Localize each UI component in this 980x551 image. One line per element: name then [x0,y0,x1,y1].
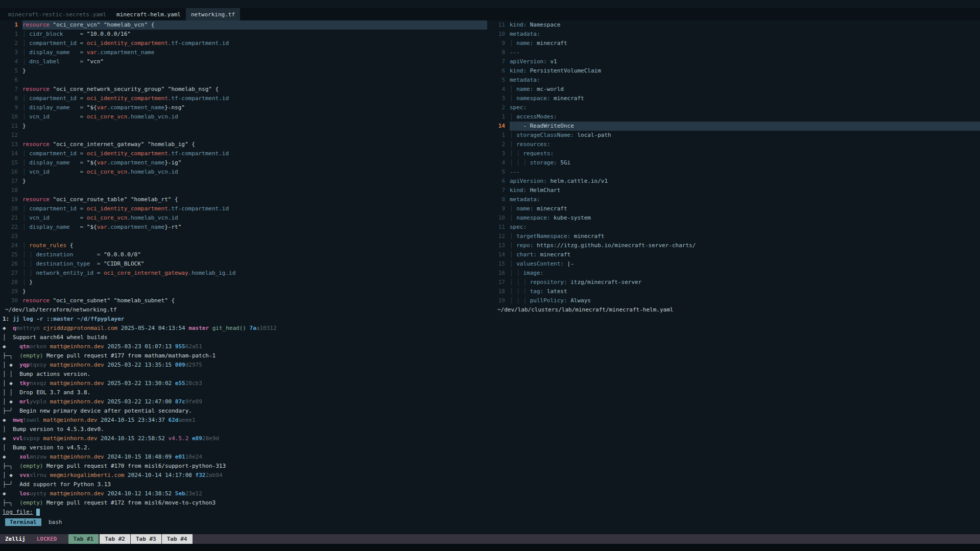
line-content: │ │ │ tag: latest [510,287,980,296]
token-email: matt@einhorn.dev [50,490,104,497]
line-number: 25 [0,250,22,259]
token-yv: minecraft [537,205,567,212]
terminal-tab[interactable]: Terminal [5,518,41,526]
code-line: 14│ chart: minecraft [487,250,980,259]
jj-log-output[interactable]: ◆ qmxttryn cjriddz@protonmail.com 2025-0… [0,324,980,508]
code-line: 26│ │ destination_type = "CIDR_BLOCK" [0,259,487,269]
line-number: 11 [487,20,510,30]
token-pl: { [168,297,175,304]
code-line: 18 [0,186,487,195]
token-doc: --- [510,169,520,175]
token-gd: │ [29,260,33,267]
left-editor-pane[interactable]: 1resource "oci_core_vcn" "homelab_vcn" {… [0,20,487,305]
line-content: │ repo: https://itzg.github.io/minecraft… [510,241,980,250]
editor-buffer-tab[interactable]: minecraft-restic-secrets.yaml [3,8,111,20]
token-yv: PersistentVolumeClaim [530,67,601,74]
token-gd: │ [22,214,26,221]
line-number: 4 [487,158,510,167]
code-line: 15│ display_name = "${var.compartment_na… [0,158,487,167]
line-number: 13 [487,241,510,250]
code-line: 4│ dns_label = "vcn" [0,57,487,66]
token-pl [570,233,574,239]
token-prop: vcn_id [29,113,50,120]
token-g: ├─╯ [3,481,19,488]
token-gd: │ [510,288,513,295]
token-gd: │ [22,205,26,212]
line-content: │ namespace: minecraft [510,94,980,103]
token-str: "oci_core_subnet" [53,297,111,304]
token-yk: name: [516,205,533,212]
token-email: matt@einhorn.dev [50,380,104,387]
token-pl [33,260,36,267]
line-content: │ display_name = "${var.compartment_name… [22,223,487,232]
log-row: │ ◆ tkynxvqz matt@einhorn.dev 2025-03-22… [0,379,980,388]
token-str: "homelab_ig" [148,141,188,148]
token-gd: │ [510,123,513,129]
log-row: │ ◆ vvxxlrnu me@mirkogalimberti.com 2024… [0,471,980,480]
token-email: matt@einhorn.dev [50,453,104,460]
pane-index: 1: [3,316,13,322]
line-number: 14 [487,250,510,259]
token-oid: f32 [196,472,206,478]
line-number: 16 [487,269,510,278]
zellij-tab[interactable]: Tab #1 [68,534,99,544]
line-content: │ name: mc-world [510,85,980,94]
token-gd: │ [510,95,513,102]
token-email: matt@einhorn.dev [50,343,104,350]
token-prop: display_name [29,104,69,111]
token-pl [46,398,50,405]
line-content: } [22,177,487,186]
zellij-tab[interactable]: Tab #2 [100,534,130,544]
zellij-tab[interactable]: Tab #3 [131,534,161,544]
editor-buffer-tab[interactable]: minecraft-helm.yaml [111,8,186,20]
right-editor-pane[interactable]: 11kind: Namespace10metadata:9│ name: min… [487,20,980,305]
editor-buffer-tab[interactable]: networking.tf [186,8,240,20]
code-line: 15│ valuesContent: |- [487,259,980,269]
code-line: 8--- [487,48,980,57]
token-pl [63,31,80,37]
zellij-tab[interactable]: Tab #4 [162,534,193,544]
token-desc: Drop EOL 3.7 and 3.8. [19,389,90,396]
token-pl [46,380,50,387]
line-content: │ │ - ReadWriteOnce [510,122,980,131]
token-pl [83,49,87,56]
log-row: │ │ Drop EOL 3.7 and 3.8. [0,388,980,397]
token-pl [40,417,43,423]
code-line: 11spec: [487,223,980,232]
token-ref: var [97,104,107,111]
line-content: metadata: [510,195,980,204]
code-line: 2spec: [487,103,980,112]
token-gd: │ [516,159,520,166]
token-g: │ ◆ [3,380,19,387]
log-row: │ │ Bump actions version. [0,370,980,379]
token-dim: 23e12 [185,490,202,497]
line-content: │ vcn_id = oci_core_vcn.homelab_vcn.id [22,112,487,122]
code-line: 3│ display_name = var.compartment_name [0,48,487,57]
line-number: 2 [487,103,510,112]
token-desc: Bump version to v4.5.2. [13,444,90,451]
code-line: 13resource "oci_core_internet_gateway" "… [0,140,487,149]
token-pl [70,224,80,230]
token-dim: d2975 [185,362,202,368]
token-gd: │ [510,40,513,46]
token-dim: yvplo [30,398,46,405]
token-str: }-nsg" [164,104,185,111]
code-line: 12│ targetNamespace: minecraft [487,232,980,241]
token-dim: 10e24 [185,453,202,460]
token-email: cjriddz@protonmail.com [43,325,117,331]
token-pl [73,251,97,258]
token-ref: oci_identity_compartment [87,150,168,157]
code-line: 24│ route_rules { [0,241,487,250]
code-line: 7kind: HelmChart [487,186,980,195]
token-g: ├─╮ [3,463,19,469]
token-pl: { [212,86,219,92]
token-pl [533,205,537,212]
token-pl [83,104,87,111]
terminal-prompt-row[interactable]: log file: [0,508,980,517]
line-number: 7 [487,186,510,195]
line-number: 23 [0,232,22,241]
token-pl [165,417,169,423]
log-row: │ ◆ yqptqxsy matt@einhorn.dev 2025-03-22… [0,361,980,370]
line-number: 3 [0,48,22,57]
token-str: "${ [87,224,97,230]
